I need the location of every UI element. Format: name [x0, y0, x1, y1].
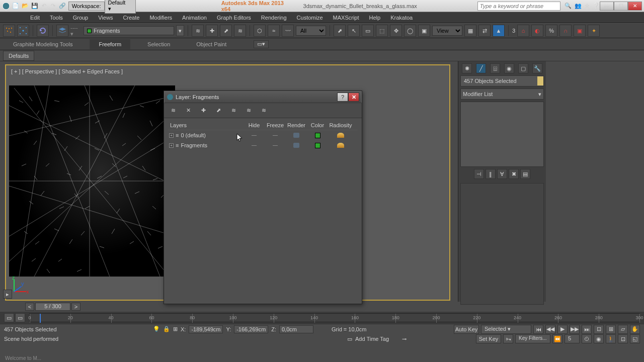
layer-row[interactable]: + ≡ 0 (default): [168, 130, 358, 140]
menu-modifiers[interactable]: Modifiers: [144, 13, 177, 22]
zoom-all-icon[interactable]: ⊞: [606, 325, 616, 334]
menu-views[interactable]: Views: [93, 13, 118, 22]
add-icon[interactable]: ✚: [206, 25, 218, 37]
autokey-button[interactable]: Auto Key: [454, 325, 479, 334]
x-coord-input[interactable]: [189, 325, 223, 333]
mirror-icon[interactable]: ⇄: [478, 25, 491, 37]
menu-animation[interactable]: Animation: [177, 13, 212, 22]
utilities-tab-icon[interactable]: 🔧: [532, 63, 542, 73]
help-icon[interactable]: ❔: [593, 3, 600, 9]
create-tab-icon[interactable]: ✺: [462, 63, 472, 73]
modifier-list-dropdown[interactable]: Modifier List ▾: [460, 88, 544, 100]
menu-graph-editors[interactable]: Graph Editors: [212, 13, 256, 22]
hide-cell[interactable]: [244, 135, 265, 136]
walk-icon[interactable]: 🚶: [606, 334, 616, 343]
menu-maxscript[interactable]: MAXScript: [328, 13, 364, 22]
scale-icon[interactable]: ▣: [418, 25, 430, 37]
time-prev-button[interactable]: <: [25, 303, 34, 311]
time-config-icon[interactable]: ⏲: [582, 334, 592, 343]
radiosity-cell[interactable]: [328, 133, 353, 138]
timeline-btn2[interactable]: ▭: [15, 313, 25, 322]
configure-sets-icon[interactable]: ▤: [520, 169, 530, 179]
move-icon[interactable]: ✥: [390, 25, 402, 37]
snap-icon[interactable]: [17, 25, 29, 37]
layer-manager-icon[interactable]: [56, 25, 68, 37]
layer-dropdown-arrow[interactable]: ▾: [176, 25, 184, 36]
save-icon[interactable]: 💾: [31, 2, 38, 10]
goto-end-icon[interactable]: ⏭: [582, 325, 592, 334]
freeze-cell[interactable]: [265, 135, 286, 136]
reference-dropdown[interactable]: View: [432, 26, 462, 36]
hide-cell[interactable]: [244, 145, 265, 146]
dialog-titlebar[interactable]: Layer: Fragments ? ✕: [164, 91, 362, 103]
maximize-viewport-icon[interactable]: ⊡: [618, 334, 628, 343]
keymode-dropdown[interactable]: Selected ▾: [481, 325, 531, 334]
menu-edit[interactable]: Edit: [25, 13, 45, 22]
lightbulb-icon[interactable]: 💡: [153, 326, 160, 332]
app-icon[interactable]: [2, 2, 10, 10]
prev-key-icon[interactable]: ⏪: [552, 334, 562, 343]
time-next-button[interactable]: >: [71, 303, 80, 311]
render-cell[interactable]: [286, 143, 307, 148]
keylock-icon[interactable]: ⊸: [402, 336, 407, 342]
curve-icon[interactable]: ≈: [268, 25, 280, 37]
selection-name-input[interactable]: [461, 77, 536, 85]
fov-icon[interactable]: ▱: [618, 325, 628, 334]
align-icon[interactable]: ▲: [493, 25, 505, 37]
tab-graphite[interactable]: Graphite Modeling Tools: [4, 39, 82, 49]
object-color-swatch[interactable]: [537, 76, 543, 85]
color-cell[interactable]: [307, 143, 328, 148]
angle-snap-icon[interactable]: ◐: [531, 25, 543, 37]
menu-create[interactable]: Create: [118, 13, 144, 22]
workspace-dropdown[interactable]: Default ▾: [105, 0, 136, 14]
binoculars-icon[interactable]: 🔍: [565, 3, 572, 9]
min-max-toggle-icon[interactable]: ◱: [630, 334, 640, 343]
freeze-cell[interactable]: [265, 145, 286, 146]
axis-icon[interactable]: ✦: [588, 25, 600, 37]
key-icon[interactable]: 🗝: [503, 334, 513, 343]
modify-tab-icon[interactable]: ╱: [476, 63, 486, 73]
dlg-add-icon[interactable]: ✚: [198, 106, 208, 116]
frame-field[interactable]: 5: [565, 334, 580, 343]
favorite-icon[interactable]: ☆: [585, 3, 590, 9]
dlg-delete-icon[interactable]: ✕: [183, 106, 193, 116]
tab-selection[interactable]: Selection: [138, 39, 179, 49]
search-input[interactable]: [477, 2, 560, 11]
header-color[interactable]: Color: [307, 122, 328, 128]
time-slider-handle[interactable]: 5 / 300: [35, 303, 70, 311]
link-icon[interactable]: 🔗: [59, 2, 66, 10]
menu-customize[interactable]: Customize: [292, 13, 328, 22]
use-pivot-icon[interactable]: ▦: [464, 25, 476, 37]
keyfilters-button[interactable]: Key Filters...: [515, 334, 550, 343]
play-icon[interactable]: ▶: [557, 325, 568, 334]
layer-row[interactable]: + ≡ Fragments: [168, 140, 358, 150]
expand-icon[interactable]: +: [169, 133, 174, 138]
transform-type-icon[interactable]: ⊞: [173, 326, 178, 332]
display-tab-icon[interactable]: ▢: [518, 63, 528, 73]
timeline-btn1[interactable]: ▭: [4, 313, 14, 322]
menu-rendering[interactable]: Rendering: [256, 13, 292, 22]
wave-icon[interactable]: 〰: [282, 25, 294, 37]
timetag-icon[interactable]: ▭: [347, 336, 352, 342]
dlg-select-icon[interactable]: ⬈: [213, 106, 223, 116]
percent-snap-icon[interactable]: %: [545, 25, 557, 37]
hierarchy-tab-icon[interactable]: ⌹: [490, 63, 500, 73]
layer-new-icon[interactable]: ≋: [192, 25, 204, 37]
select-layer-icon[interactable]: ⬈: [220, 25, 232, 37]
menu-group[interactable]: Group: [68, 13, 94, 22]
prev-frame-icon[interactable]: ◀◀: [545, 325, 555, 334]
playback-toggle-icon[interactable]: ▸: [3, 290, 12, 299]
select-move-icon[interactable]: ↖: [348, 25, 360, 37]
undo-icon[interactable]: ↶: [40, 2, 48, 10]
tab-object-paint[interactable]: Object Paint: [187, 39, 235, 49]
zoom-extents-icon[interactable]: ⊡: [594, 325, 604, 334]
z-coord-input[interactable]: [279, 325, 313, 333]
goto-start-icon[interactable]: ⏮: [533, 325, 543, 334]
header-layers[interactable]: Layers: [168, 122, 244, 128]
minimize-button[interactable]: —: [600, 2, 614, 11]
select-object-icon[interactable]: ⬈: [334, 25, 346, 37]
refresh-icon[interactable]: [37, 25, 49, 37]
radiosity-cell[interactable]: [328, 143, 353, 148]
motion-tab-icon[interactable]: ◉: [504, 63, 514, 73]
render-cell[interactable]: [286, 133, 307, 138]
